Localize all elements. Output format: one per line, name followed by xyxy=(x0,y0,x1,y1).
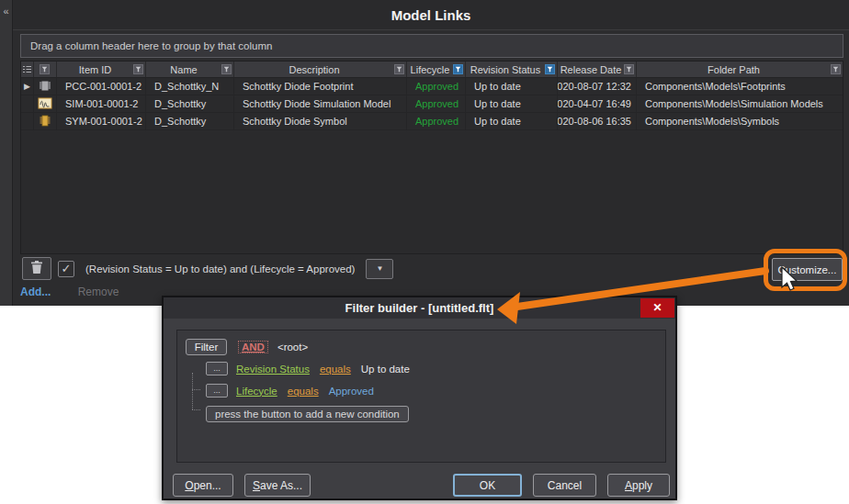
filter-funnel-icon[interactable] xyxy=(624,64,634,74)
table-cell-release-date[interactable]: 2020-08-07 12:32 xyxy=(558,78,637,95)
table-cell-name[interactable]: D_Schottky xyxy=(146,113,234,130)
save-as-button[interactable]: Save As... xyxy=(244,474,311,497)
table-cell-folder-path[interactable]: Components\Models\Symbols xyxy=(637,113,843,130)
ok-button[interactable]: OK xyxy=(453,474,522,497)
table-filter-bar: ✓ (Revision Status = Up to date) and (Li… xyxy=(13,254,849,283)
close-icon: ✕ xyxy=(652,301,662,314)
add-link[interactable]: Add... xyxy=(20,286,51,298)
root-operator[interactable]: AND xyxy=(238,341,268,353)
filter-enabled-checkbox[interactable]: ✓ xyxy=(58,261,74,277)
table-cell-description[interactable]: Schottky Diode Footprint xyxy=(234,78,407,95)
column-header-item-id[interactable]: Item ID xyxy=(57,62,146,78)
column-header-name[interactable]: Name xyxy=(146,62,234,78)
filter-funnel-icon-active[interactable] xyxy=(453,64,463,74)
tree-guide xyxy=(192,409,200,410)
close-button[interactable]: ✕ xyxy=(640,298,674,318)
filter-funnel-icon[interactable] xyxy=(40,64,50,74)
table-cell-item-id[interactable]: SYM-001-0001-2 xyxy=(57,113,146,130)
table-cell-item-id[interactable]: SIM-001-0001-2 xyxy=(57,95,146,113)
open-button[interactable]: Open... xyxy=(173,474,233,497)
table-cell-release-date[interactable]: 2020-04-07 16:49 xyxy=(558,95,637,113)
table-cell-name[interactable]: D_Schottky_N xyxy=(146,78,234,95)
tree-guide xyxy=(192,373,193,409)
condition-menu-button[interactable]: ... xyxy=(206,384,228,398)
dialog-title: Filter builder - [untitled.flt] xyxy=(164,297,675,319)
filter-condition-area: Filter AND <root> ... Revision Status eq… xyxy=(176,330,666,463)
filter-funnel-icon[interactable] xyxy=(133,64,143,74)
condition-field[interactable]: Revision Status xyxy=(236,364,310,375)
customize-button[interactable]: Customize... xyxy=(772,258,843,281)
model-type-cell[interactable] xyxy=(34,78,57,95)
column-header-folder-path[interactable]: Folder Path xyxy=(637,62,843,78)
model-links-table: Item ID Name Description Lifecycle Revis… xyxy=(20,61,843,254)
table-cell-lifecycle[interactable]: Approved xyxy=(407,78,466,95)
remove-link[interactable]: Remove xyxy=(78,286,119,298)
table-cell-revision-status[interactable]: Up to date xyxy=(466,95,558,113)
table-cell-description[interactable]: Schottky Diode Symbol xyxy=(234,113,407,130)
row-selector-cell[interactable] xyxy=(21,95,34,113)
footprint-icon xyxy=(38,79,52,95)
table-cell-revision-status[interactable]: Up to date xyxy=(466,113,558,130)
condition-value[interactable]: Up to date xyxy=(361,364,410,375)
panel-title: Model Links xyxy=(13,0,849,30)
cancel-button[interactable]: Cancel xyxy=(533,474,596,497)
model-type-cell[interactable] xyxy=(34,95,57,113)
filter-root-button[interactable]: Filter xyxy=(186,339,227,355)
column-header-lifecycle[interactable]: Lifecycle xyxy=(407,62,466,78)
tree-guide xyxy=(192,389,200,390)
filter-expression-text: (Revision Status = Up to date) and (Life… xyxy=(85,263,355,274)
column-header-selector[interactable] xyxy=(21,62,34,78)
table-cell-lifecycle[interactable]: Approved xyxy=(407,113,466,130)
table-cell-description[interactable]: Schottky Diode Simulation Model xyxy=(234,95,407,113)
condition-row: ... Lifecycle equals Approved xyxy=(206,381,657,400)
row-selector-cell[interactable] xyxy=(21,113,34,130)
condition-row: ... Revision Status equals Up to date xyxy=(206,359,657,378)
filter-funnel-icon[interactable] xyxy=(394,64,404,74)
trash-icon xyxy=(31,261,42,277)
column-header-description[interactable]: Description xyxy=(234,62,407,78)
condition-operator[interactable]: equals xyxy=(320,364,351,375)
selected-row-arrow-icon: ▶ xyxy=(24,82,30,91)
column-header-release-date[interactable]: Release Date xyxy=(558,62,637,78)
symbol-icon xyxy=(38,114,52,129)
filter-funnel-icon[interactable] xyxy=(221,64,232,74)
screenshot-root: « Model Links Drag a column header here … xyxy=(0,0,849,504)
chevron-down-icon: ▼ xyxy=(376,264,383,273)
clear-filter-button[interactable] xyxy=(22,257,51,280)
column-header-type-icon[interactable] xyxy=(34,62,57,78)
group-by-drop-bar[interactable]: Drag a column header here to group by th… xyxy=(20,34,843,58)
model-type-cell[interactable] xyxy=(34,113,57,130)
filter-dropdown-button[interactable]: ▼ xyxy=(366,259,393,279)
filter-funnel-icon-active[interactable] xyxy=(545,64,555,74)
table-cell-name[interactable]: D_Schottky xyxy=(146,95,234,113)
column-header-revision-status[interactable]: Revision Status xyxy=(466,62,558,78)
table-cell-folder-path[interactable]: Components\Models\Footprints xyxy=(637,78,843,95)
table-cell-folder-path[interactable]: Components\Models\Simulation Models xyxy=(637,95,843,113)
row-selector-cell[interactable]: ▶ xyxy=(21,78,34,95)
condition-operator[interactable]: equals xyxy=(288,386,319,397)
dialog-button-row: Open... Save As... OK Cancel Apply xyxy=(173,474,670,497)
filter-funnel-icon[interactable] xyxy=(831,64,841,74)
filter-builder-dialog: Filter builder - [untitled.flt] ✕ Filter… xyxy=(162,296,677,500)
table-cell-lifecycle[interactable]: Approved xyxy=(407,95,466,113)
add-condition-button[interactable]: press the button to add a new condition xyxy=(206,406,409,422)
table-cell-revision-status[interactable]: Up to date xyxy=(466,78,558,95)
table-cell-release-date[interactable]: 2020-08-06 16:35 xyxy=(558,113,637,130)
table-cell-item-id[interactable]: PCC-001-0001-2 xyxy=(57,78,146,95)
condition-value[interactable]: Approved xyxy=(329,386,374,397)
apply-button[interactable]: Apply xyxy=(607,474,670,497)
simulation-model-icon xyxy=(38,97,52,111)
panel-collapse-strip[interactable]: « xyxy=(0,0,13,306)
model-links-panel: « Model Links Drag a column header here … xyxy=(0,0,849,306)
condition-field[interactable]: Lifecycle xyxy=(236,386,277,397)
row-menu-icon xyxy=(21,64,33,75)
root-label[interactable]: <root> xyxy=(277,342,308,353)
condition-menu-button[interactable]: ... xyxy=(206,362,228,375)
collapse-chevrons-icon[interactable]: « xyxy=(0,6,12,17)
group-by-hint: Drag a column header here to group by th… xyxy=(30,40,272,51)
